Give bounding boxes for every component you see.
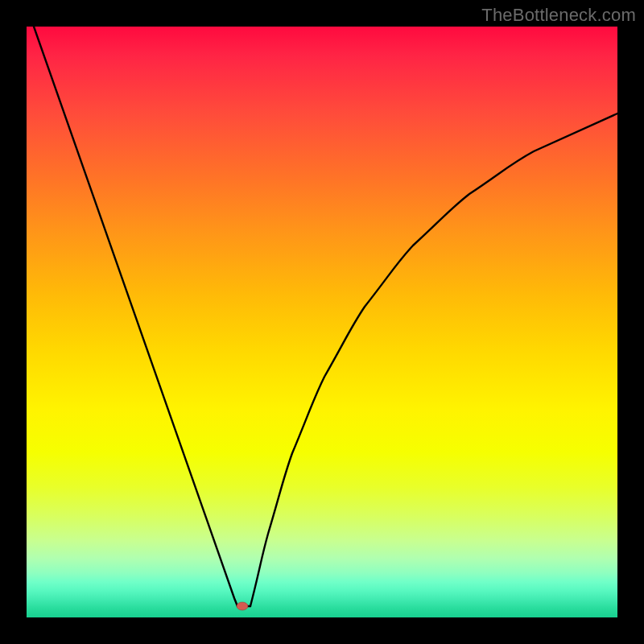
left-curve (34, 27, 237, 606)
plot-area (27, 27, 617, 617)
chart-frame: TheBottleneck.com (0, 0, 644, 644)
right-curve (250, 114, 617, 606)
watermark-text: TheBottleneck.com (481, 5, 636, 26)
curve-layer (27, 27, 617, 617)
minimum-marker (237, 602, 248, 610)
